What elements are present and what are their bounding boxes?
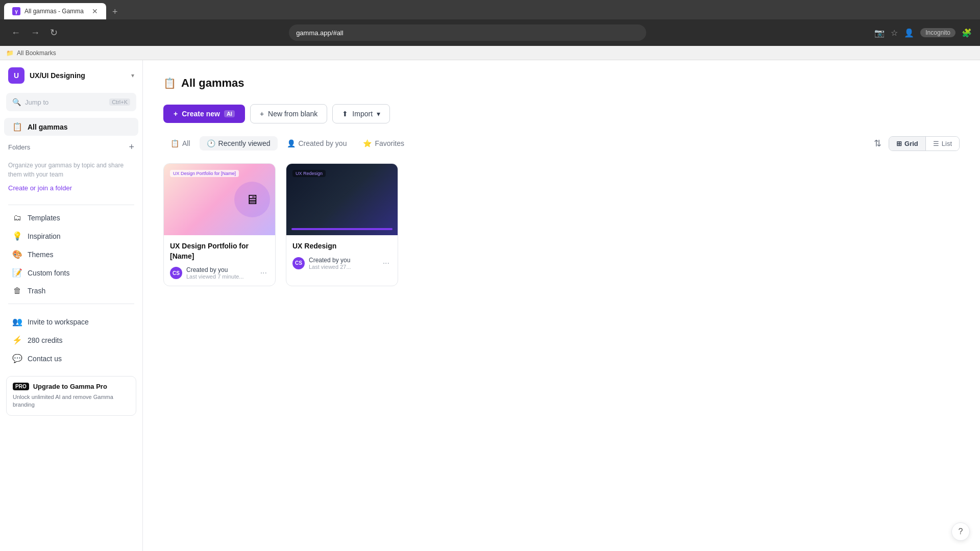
user-icon: 👤	[287, 139, 296, 147]
reload-button[interactable]: ↻	[47, 25, 61, 40]
all-gammas-icon: 📋	[12, 122, 22, 132]
chevron-down-icon: ▾	[131, 72, 134, 79]
bookmark-icon[interactable]: ☆	[891, 28, 898, 38]
sidebar-item-credits[interactable]: ⚡ 280 credits	[4, 331, 138, 349]
sidebar-item-label: Themes	[28, 251, 54, 259]
card-thumb-visual: 🖥	[234, 182, 270, 217]
card-thumbnail: UX Redesign	[286, 164, 398, 235]
import-chevron-icon: ▾	[377, 110, 380, 118]
card-info: Created by you Last viewed 7 minute...	[186, 266, 254, 280]
sidebar-item-label: All gammas	[28, 123, 68, 131]
jump-to-search[interactable]: 🔍 Jump to Ctrl+K	[6, 93, 136, 111]
themes-icon: 🎨	[12, 249, 22, 259]
sidebar-item-label: Templates	[28, 214, 60, 222]
sidebar-item-custom-fonts[interactable]: 📝 Custom fonts	[4, 264, 138, 282]
import-button[interactable]: ⬆ Import ▾	[332, 104, 390, 123]
filter-tab-favorites[interactable]: ⭐ Favorites	[356, 136, 411, 151]
sidebar-item-label: Inspiration	[28, 232, 61, 240]
bookmarks-label[interactable]: All Bookmarks	[17, 49, 56, 57]
help-button[interactable]: ?	[951, 522, 970, 541]
sidebar-item-all-gammas[interactable]: 📋 All gammas	[4, 118, 138, 136]
search-placeholder: Jump to	[25, 98, 105, 106]
card-info: Created by you Last viewed 27...	[309, 257, 377, 270]
sidebar-item-themes[interactable]: 🎨 Themes	[4, 245, 138, 263]
card-thumb-bar	[291, 228, 393, 230]
search-shortcut: Ctrl+K	[109, 98, 130, 106]
sidebar-item-inspiration[interactable]: 💡 Inspiration	[4, 227, 138, 245]
cards-grid: UX Design Portfolio for [Name] 🖥 UX Desi…	[163, 163, 960, 286]
search-icon: 🔍	[12, 98, 21, 106]
gamma-card[interactable]: UX Redesign UX Redesign CS Created by yo…	[286, 163, 398, 286]
sidebar-item-contact[interactable]: 💬 Contact us	[4, 349, 138, 367]
create-folder-link[interactable]: Create or join a folder	[8, 184, 72, 192]
new-tab-button[interactable]: +	[110, 5, 120, 19]
pro-badge: PRO	[13, 383, 29, 390]
contact-icon: 💬	[12, 354, 22, 363]
all-icon: 📋	[170, 139, 179, 147]
filter-tab-all[interactable]: 📋 All	[163, 136, 198, 151]
list-view-button[interactable]: ☰ List	[925, 137, 959, 151]
templates-icon: 🗂	[12, 213, 22, 222]
sidebar-item-trash[interactable]: 🗑 Trash	[4, 282, 138, 299]
add-folder-button[interactable]: +	[129, 142, 134, 153]
divider-2	[8, 304, 134, 304]
bookmarks-bar: 📁 All Bookmarks	[0, 46, 980, 60]
tab-favicon: γ	[12, 7, 20, 15]
filter-favorites-label: Favorites	[375, 139, 404, 147]
sort-button[interactable]: ⇅	[870, 136, 886, 151]
sidebar-item-invite[interactable]: 👥 Invite to workspace	[4, 313, 138, 331]
plus-icon-2: +	[260, 110, 264, 118]
nav-actions: 📷 ☆ 👤 Incognito 🧩	[874, 28, 972, 38]
workspace-name: UX/UI Designing	[30, 71, 126, 80]
main-content: 📋 All gammas + Create new AI + New from …	[143, 60, 980, 551]
address-bar[interactable]: gamma.app/#all	[289, 24, 646, 41]
clock-icon: 🕐	[207, 139, 215, 147]
profile-icon[interactable]: 👤	[904, 28, 914, 38]
import-icon: ⬆	[342, 110, 348, 118]
card-thumb-label: UX Redesign	[292, 170, 326, 177]
folders-title: Folders	[8, 143, 30, 151]
card-more-button[interactable]: ···	[381, 258, 391, 269]
card-avatar: CS	[292, 257, 305, 269]
grid-view-button[interactable]: ⊞ Grid	[889, 137, 925, 151]
filter-recently-label: Recently viewed	[218, 139, 271, 147]
create-new-button[interactable]: + Create new AI	[163, 105, 245, 123]
sidebar: U UX/UI Designing ▾ 🔍 Jump to Ctrl+K 📋 A…	[0, 60, 143, 551]
sidebar-item-templates[interactable]: 🗂 Templates	[4, 209, 138, 227]
sidebar-item-label: Trash	[28, 287, 45, 295]
new-from-blank-button[interactable]: + New from blank	[250, 104, 327, 123]
filter-created-label: Created by you	[299, 139, 347, 147]
nav-bar: ← → ↻ gamma.app/#all 📷 ☆ 👤 Incognito 🧩	[0, 19, 980, 46]
gamma-card[interactable]: UX Design Portfolio for [Name] 🖥 UX Desi…	[163, 163, 276, 286]
upgrade-section[interactable]: PRO Upgrade to Gamma Pro Unlock unlimite…	[6, 376, 136, 416]
address-bar-url: gamma.app/#all	[296, 29, 344, 37]
list-icon: ☰	[933, 140, 939, 147]
card-thumb-light: UX Design Portfolio for [Name] 🖥	[164, 164, 275, 235]
extensions-icon[interactable]: 🧩	[962, 28, 972, 38]
upgrade-desc: Unlock unlimited AI and remove Gamma bra…	[13, 393, 130, 409]
filter-tab-recently-viewed[interactable]: 🕐 Recently viewed	[200, 136, 278, 151]
filter-tab-created-by-you[interactable]: 👤 Created by you	[280, 136, 354, 151]
divider	[8, 205, 134, 205]
card-thumb-dark: UX Redesign	[286, 164, 398, 235]
forward-button[interactable]: →	[28, 26, 43, 40]
ai-badge: AI	[224, 110, 235, 117]
filter-all-label: All	[182, 139, 190, 147]
sidebar-item-label: Contact us	[28, 355, 62, 363]
sidebar-nav: 📋 All gammas Folders + Organize your gam…	[0, 115, 142, 551]
back-button[interactable]: ←	[8, 26, 23, 40]
workspace-selector[interactable]: U UX/UI Designing ▾	[0, 60, 142, 91]
upgrade-title: Upgrade to Gamma Pro	[33, 383, 107, 390]
toolbar: + Create new AI + New from blank ⬆ Impor…	[163, 104, 960, 123]
page-header: 📋 All gammas	[163, 77, 960, 90]
sidebar-item-label: 280 credits	[28, 336, 62, 344]
grid-icon: ⊞	[896, 140, 902, 147]
grid-label: Grid	[904, 140, 918, 147]
card-creator: Created by you	[186, 266, 254, 273]
card-more-button[interactable]: ···	[258, 267, 269, 279]
card-title: UX Design Portfolio for [Name]	[170, 241, 269, 261]
tab-close-icon[interactable]: ✕	[92, 7, 98, 15]
custom-fonts-icon: 📝	[12, 268, 22, 278]
active-tab[interactable]: γ All gammas - Gamma ✕	[4, 3, 106, 19]
camera-icon[interactable]: 📷	[874, 28, 885, 38]
